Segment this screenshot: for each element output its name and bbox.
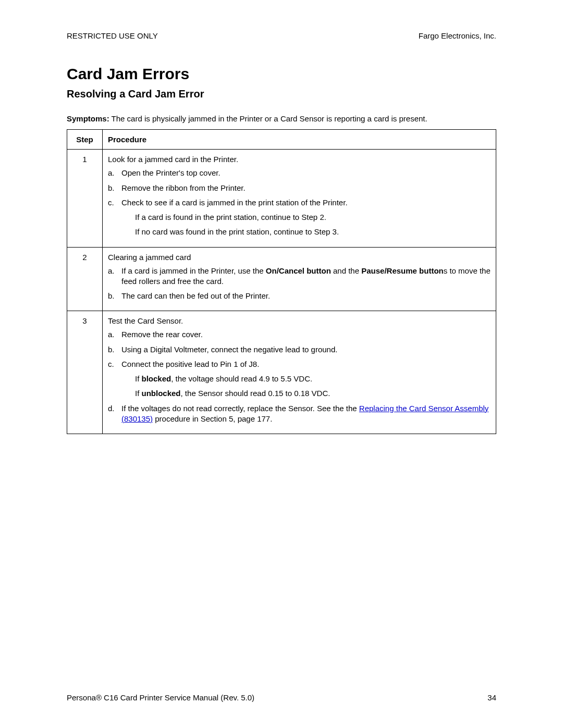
- list-text: If a card is jammed in the Printer, use …: [121, 266, 491, 286]
- list-item: b. The card can then be fed out of the P…: [108, 291, 491, 301]
- list-marker: b.: [108, 291, 115, 301]
- registered-mark: ®: [96, 693, 102, 702]
- symptoms-paragraph: Symptoms: The card is physically jammed …: [67, 114, 496, 124]
- list-item: b. Using a Digital Voltmeter, connect th…: [108, 344, 491, 355]
- list-item: c. Connect the positive lead to Pin 1 of…: [108, 359, 491, 369]
- table-row: 2 Clearing a jammed card a. If a card is…: [67, 247, 496, 311]
- header-left: RESTRICTED USE ONLY: [67, 31, 158, 40]
- list-marker: c.: [108, 198, 114, 208]
- indented-note: If no card was found in the print statio…: [135, 227, 491, 237]
- list-text: Connect the positive lead to Pin 1 of J8…: [121, 360, 259, 368]
- sub-list: a. Remove the rear cover. b. Using a Dig…: [108, 329, 491, 369]
- table-row: 1 Look for a jammed card in the Printer.…: [67, 150, 496, 247]
- table-header-row: Step Procedure: [67, 130, 496, 150]
- list-item: a. Remove the rear cover.: [108, 329, 491, 340]
- procedure-table: Step Procedure 1 Look for a jammed card …: [67, 129, 496, 434]
- list-item: b. Remove the ribbon from the Printer.: [108, 183, 491, 193]
- footer-left: Persona® C16 Card Printer Service Manual…: [67, 693, 254, 702]
- row-intro: Test the Card Sensor.: [108, 316, 491, 325]
- indented-note: If unblocked, the Sensor should read 0.1…: [135, 388, 491, 399]
- bold-text: Pause/Resume button: [361, 266, 444, 275]
- list-text: If the voltages do not read correctly, r…: [121, 404, 488, 423]
- list-item: a. If a card is jammed in the Printer, u…: [108, 266, 491, 287]
- bold-text: On/Cancel button: [266, 266, 331, 275]
- sub-list: d. If the voltages do not read correctly…: [108, 403, 491, 425]
- list-text: Using a Digital Voltmeter, connect the n…: [121, 345, 337, 354]
- row-intro: Look for a jammed card in the Printer.: [108, 155, 491, 164]
- col-procedure: Procedure: [103, 130, 496, 150]
- list-marker: a.: [108, 168, 115, 178]
- list-item: c. Check to see if a card is jammed in t…: [108, 198, 491, 208]
- indented-note: If blocked, the voltage should read 4.9 …: [135, 374, 491, 384]
- symptoms-label: Symptoms:: [67, 114, 109, 123]
- indented-note: If a card is found in the print station,…: [135, 212, 491, 223]
- list-item: d. If the voltages do not read correctly…: [108, 403, 491, 425]
- procedure-cell: Look for a jammed card in the Printer. a…: [103, 150, 496, 247]
- bold-text: unblocked: [142, 389, 181, 398]
- list-marker: d.: [108, 403, 115, 414]
- list-marker: b.: [108, 344, 115, 355]
- list-text: The card can then be fed out of the Prin…: [121, 291, 270, 300]
- list-text: Open the Printer's top cover.: [121, 168, 221, 177]
- page-subtitle: Resolving a Card Jam Error: [67, 88, 496, 100]
- step-number: 3: [67, 311, 103, 434]
- symptoms-text: The card is physically jammed in the Pri…: [109, 114, 427, 123]
- sub-list: a. If a card is jammed in the Printer, u…: [108, 266, 491, 302]
- list-marker: a.: [108, 329, 115, 340]
- page-title: Card Jam Errors: [67, 65, 496, 83]
- list-item: a. Open the Printer's top cover.: [108, 168, 491, 178]
- procedure-cell: Clearing a jammed card a. If a card is j…: [103, 247, 496, 311]
- list-text: Remove the ribbon from the Printer.: [121, 183, 246, 192]
- header-right: Fargo Electronics, Inc.: [419, 31, 496, 40]
- page-number: 34: [487, 693, 496, 702]
- list-marker: a.: [108, 266, 115, 276]
- step-number: 1: [67, 150, 103, 247]
- page-header: RESTRICTED USE ONLY Fargo Electronics, I…: [67, 31, 496, 40]
- list-marker: c.: [108, 359, 114, 369]
- sub-list: a. Open the Printer's top cover. b. Remo…: [108, 168, 491, 208]
- list-marker: b.: [108, 183, 115, 193]
- page-footer: Persona® C16 Card Printer Service Manual…: [67, 693, 496, 702]
- procedure-cell: Test the Card Sensor. a. Remove the rear…: [103, 311, 496, 434]
- list-text: Check to see if a card is jammed in the …: [121, 198, 348, 207]
- step-number: 2: [67, 247, 103, 311]
- bold-text: blocked: [142, 374, 172, 383]
- list-text: Remove the rear cover.: [121, 330, 203, 339]
- col-step: Step: [67, 130, 103, 150]
- table-row: 3 Test the Card Sensor. a. Remove the re…: [67, 311, 496, 434]
- row-intro: Clearing a jammed card: [108, 253, 491, 262]
